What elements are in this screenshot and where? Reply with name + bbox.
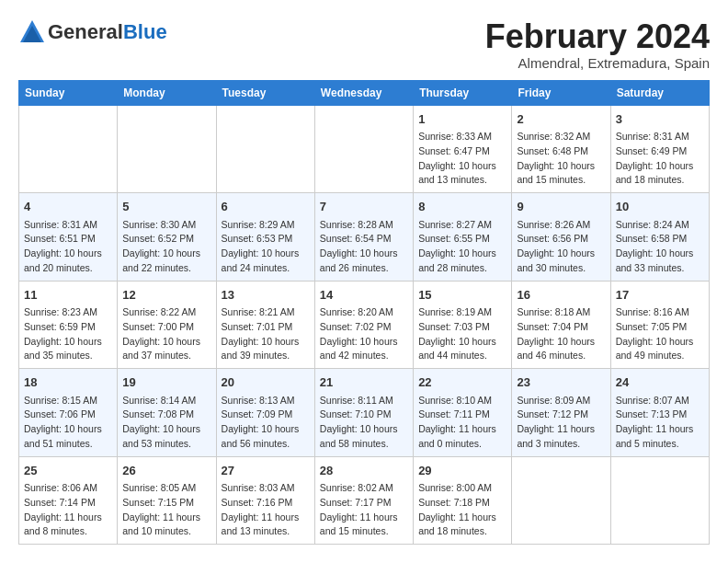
calendar-cell: 4Sunrise: 8:31 AMSunset: 6:51 PMDaylight…	[19, 193, 118, 282]
calendar-cell	[216, 105, 314, 193]
day-info-line: and 18 minutes.	[418, 524, 506, 539]
calendar-cell: 1Sunrise: 8:33 AMSunset: 6:47 PMDaylight…	[414, 105, 512, 193]
day-info-line: Sunrise: 8:29 AM	[222, 218, 310, 233]
day-info-line: Daylight: 10 hours	[24, 422, 112, 437]
calendar-cell: 2Sunrise: 8:32 AMSunset: 6:48 PMDaylight…	[512, 105, 610, 193]
calendar-cell: 16Sunrise: 8:18 AMSunset: 7:04 PMDayligh…	[512, 281, 610, 369]
week-row-2: 4Sunrise: 8:31 AMSunset: 6:51 PMDaylight…	[19, 193, 710, 282]
day-info-line: Sunrise: 8:06 AM	[24, 481, 112, 496]
calendar-cell: 22Sunrise: 8:10 AMSunset: 7:11 PMDayligh…	[414, 369, 512, 457]
day-info-line: Sunset: 6:53 PM	[222, 232, 310, 247]
calendar-cell: 23Sunrise: 8:09 AMSunset: 7:12 PMDayligh…	[512, 369, 610, 457]
logo-blue-text: Blue	[123, 20, 167, 43]
day-info-line: Sunrise: 8:13 AM	[222, 394, 310, 408]
calendar-cell: 18Sunrise: 8:15 AMSunset: 7:06 PMDayligh…	[19, 369, 118, 457]
day-info-line: Sunset: 7:15 PM	[122, 496, 210, 511]
day-info-line: Sunset: 7:12 PM	[517, 408, 605, 422]
calendar-cell: 7Sunrise: 8:28 AMSunset: 6:54 PMDaylight…	[314, 193, 413, 282]
day-info-line: Daylight: 10 hours	[517, 247, 605, 261]
weekday-header-thursday: Thursday	[414, 80, 512, 105]
day-info-line: Daylight: 10 hours	[616, 159, 704, 174]
day-info-line: Sunset: 7:18 PM	[418, 496, 506, 511]
day-number: 1	[418, 110, 506, 129]
logo-text: GeneralBlue	[48, 20, 167, 44]
day-info-line: Daylight: 10 hours	[122, 422, 210, 437]
day-number: 3	[616, 110, 704, 129]
day-info-line: Sunset: 7:05 PM	[616, 320, 704, 335]
day-info-line: and 37 minutes.	[122, 349, 210, 363]
day-info-line: Daylight: 10 hours	[122, 247, 210, 261]
day-info-line: Sunset: 7:03 PM	[418, 320, 506, 335]
calendar-cell: 19Sunrise: 8:14 AMSunset: 7:08 PMDayligh…	[118, 369, 216, 457]
day-number: 14	[320, 286, 408, 304]
month-year-title: February 2024	[485, 18, 710, 55]
day-info-line: Daylight: 10 hours	[320, 422, 408, 437]
day-number: 7	[320, 198, 408, 216]
day-info-line: Sunrise: 8:02 AM	[320, 481, 408, 496]
day-info-line: Sunrise: 8:15 AM	[24, 394, 112, 408]
day-info-line: Sunrise: 8:03 AM	[222, 481, 310, 496]
day-number: 27	[222, 462, 310, 480]
day-info-line: and 5 minutes.	[616, 437, 704, 452]
week-row-1: 1Sunrise: 8:33 AMSunset: 6:47 PMDaylight…	[19, 105, 710, 193]
day-info-line: and 22 minutes.	[122, 261, 210, 276]
day-info-line: Sunrise: 8:24 AM	[616, 218, 704, 233]
day-info-line: Sunrise: 8:09 AM	[517, 394, 605, 408]
day-info-line: and 58 minutes.	[320, 437, 408, 452]
calendar-cell	[19, 105, 118, 193]
calendar-cell: 29Sunrise: 8:00 AMSunset: 7:18 PMDayligh…	[414, 456, 512, 545]
calendar-cell: 20Sunrise: 8:13 AMSunset: 7:09 PMDayligh…	[216, 369, 314, 457]
day-info-line: and 10 minutes.	[122, 524, 210, 539]
day-info-line: and 30 minutes.	[517, 261, 605, 276]
calendar-cell: 3Sunrise: 8:31 AMSunset: 6:49 PMDaylight…	[610, 105, 709, 193]
day-info-line: Sunrise: 8:27 AM	[418, 218, 506, 233]
day-info-line: Daylight: 10 hours	[320, 335, 408, 350]
day-number: 29	[418, 462, 506, 480]
day-info-line: Sunrise: 8:32 AM	[517, 130, 605, 144]
day-info-line: Sunrise: 8:22 AM	[122, 305, 210, 320]
day-info-line: Daylight: 11 hours	[517, 422, 605, 437]
day-info-line: Sunset: 6:56 PM	[517, 232, 605, 247]
day-info-line: Sunrise: 8:07 AM	[616, 394, 704, 408]
day-number: 21	[320, 373, 408, 392]
calendar-cell: 28Sunrise: 8:02 AMSunset: 7:17 PMDayligh…	[314, 456, 413, 545]
day-info-line: Sunrise: 8:16 AM	[616, 305, 704, 320]
day-info-line: Sunrise: 8:23 AM	[24, 305, 112, 320]
day-info-line: Daylight: 10 hours	[24, 247, 112, 261]
calendar-cell: 26Sunrise: 8:05 AMSunset: 7:15 PMDayligh…	[118, 456, 216, 545]
day-info-line: and 0 minutes.	[418, 437, 506, 452]
day-info-line: Sunrise: 8:33 AM	[418, 130, 506, 144]
day-number: 13	[222, 286, 310, 304]
day-number: 16	[517, 286, 605, 304]
day-info-line: Daylight: 10 hours	[222, 247, 310, 261]
day-number: 24	[616, 373, 704, 392]
day-info-line: Sunset: 6:58 PM	[616, 232, 704, 247]
day-info-line: and 33 minutes.	[616, 261, 704, 276]
day-info-line: Sunset: 7:04 PM	[517, 320, 605, 335]
day-info-line: Sunset: 6:49 PM	[616, 144, 704, 159]
day-info-line: Sunset: 6:59 PM	[24, 320, 112, 335]
day-number: 22	[418, 373, 506, 392]
calendar-cell: 8Sunrise: 8:27 AMSunset: 6:55 PMDaylight…	[414, 193, 512, 282]
day-info-line: Sunrise: 8:05 AM	[122, 481, 210, 496]
logo-icon	[18, 18, 46, 46]
calendar-cell: 21Sunrise: 8:11 AMSunset: 7:10 PMDayligh…	[314, 369, 413, 457]
day-number: 28	[320, 462, 408, 480]
day-info-line: Daylight: 11 hours	[24, 511, 112, 525]
day-info-line: Sunrise: 8:21 AM	[222, 305, 310, 320]
day-info-line: Sunset: 7:14 PM	[24, 496, 112, 511]
day-number: 26	[122, 462, 210, 480]
day-info-line: Daylight: 10 hours	[517, 335, 605, 350]
weekday-header-tuesday: Tuesday	[216, 80, 314, 105]
day-info-line: Sunset: 7:10 PM	[320, 408, 408, 422]
calendar-cell: 9Sunrise: 8:26 AMSunset: 6:56 PMDaylight…	[512, 193, 610, 282]
day-number: 4	[24, 198, 112, 216]
day-info-line: Sunset: 7:17 PM	[320, 496, 408, 511]
day-info-line: and 26 minutes.	[320, 261, 408, 276]
day-info-line: Sunrise: 8:14 AM	[122, 394, 210, 408]
day-info-line: Sunrise: 8:10 AM	[418, 394, 506, 408]
week-row-4: 18Sunrise: 8:15 AMSunset: 7:06 PMDayligh…	[19, 369, 710, 457]
day-info-line: Daylight: 10 hours	[122, 335, 210, 350]
calendar-cell: 24Sunrise: 8:07 AMSunset: 7:13 PMDayligh…	[610, 369, 709, 457]
day-info-line: Sunrise: 8:30 AM	[122, 218, 210, 233]
